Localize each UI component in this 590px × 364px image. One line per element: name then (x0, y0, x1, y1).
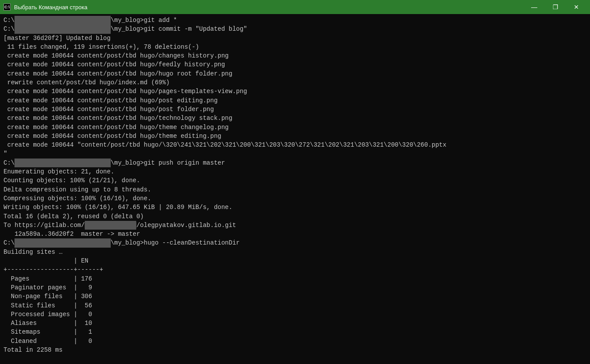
terminal-line: Non-page files | 306 (4, 292, 586, 301)
maximize-button[interactable]: ❐ (545, 0, 565, 14)
terminal-line: [master 36d20f2] Updated blog (4, 34, 586, 43)
terminal-line: 11 files changed, 119 insertions(+), 78 … (4, 43, 586, 51)
terminal-line: create mode 100644 content/post/tbd hugo… (4, 105, 586, 114)
terminal-line: Sitemaps | 1 (4, 328, 586, 336)
terminal-line: +------------------+------+ (4, 265, 586, 274)
terminal-line: Aliases | 10 (4, 319, 586, 328)
terminal-content: C:\██████████████████████████\my_blog>gi… (4, 16, 586, 354)
terminal-line: C:\██████████████████████████\my_blog>gi… (4, 16, 586, 25)
minimize-button[interactable]: — (524, 0, 544, 14)
terminal-line: Enumerating objects: 21, done. (4, 167, 586, 176)
terminal-line: create mode 100644 content/post/tbd hugo… (4, 51, 586, 60)
terminal-line: Static files | 56 (4, 301, 586, 310)
terminal-line: C:\██████████████████████████\my_blog>gi… (4, 159, 586, 167)
terminal-line: To https://gitlab.com/██████████████/ole… (4, 221, 586, 230)
close-button[interactable]: ✕ (566, 0, 586, 14)
terminal-line: Total 16 (delta 2), reused 0 (delta 0) (4, 212, 586, 221)
terminal-line: Total in 2258 ms (4, 346, 586, 354)
terminal: C:\██████████████████████████\my_blog>gi… (0, 14, 590, 364)
terminal-line: create mode 100644 content/post/tbd hugo… (4, 60, 586, 69)
terminal-line: create mode 100644 content/post/tbd hugo… (4, 96, 586, 105)
terminal-line: create mode 100644 content/post/tbd hugo… (4, 132, 586, 141)
cmd-icon: C:\ (4, 4, 11, 11)
window-title: Выбрать Командная строка (14, 4, 87, 11)
terminal-line: Pages | 176 (4, 274, 586, 283)
terminal-line: Writing objects: 100% (16/16), 647.65 Ki… (4, 203, 586, 212)
terminal-line: Counting objects: 100% (21/21), done. (4, 176, 586, 185)
terminal-line: 12a589a..36d20f2 master -> master (4, 230, 586, 238)
terminal-line: Compressing objects: 100% (16/16), done. (4, 194, 586, 203)
terminal-line: Delta compression using up to 8 threads. (4, 185, 586, 194)
title-bar: C:\ Выбрать Командная строка — ❐ ✕ (0, 0, 590, 14)
terminal-line: rewrite content/post/tbd hugo/index.md (… (4, 78, 586, 87)
terminal-line: C:\██████████████████████████\my_blog>hu… (4, 238, 586, 247)
terminal-line: Cleaned | 0 (4, 337, 586, 346)
terminal-line: Building sites … (4, 248, 586, 256)
terminal-line: create mode 100644 content/post/tbd hugo… (4, 69, 586, 78)
title-bar-left: C:\ Выбрать Командная строка (4, 4, 87, 11)
terminal-line: create mode 100644 content/post/tbd hugo… (4, 114, 586, 123)
terminal-line: " (4, 149, 586, 158)
terminal-line: Processed images | 0 (4, 310, 586, 319)
terminal-line: C:\██████████████████████████\my_blog>gi… (4, 25, 586, 33)
terminal-line: create mode 100644 "content/post/tbd hug… (4, 141, 586, 149)
title-bar-controls: — ❐ ✕ (524, 0, 586, 14)
terminal-line: create mode 100644 content/post/tbd hugo… (4, 123, 586, 132)
terminal-line: create mode 100644 content/post/tbd hugo… (4, 87, 586, 96)
terminal-line: | EN (4, 256, 586, 265)
terminal-line: Paginator pages | 9 (4, 283, 586, 292)
